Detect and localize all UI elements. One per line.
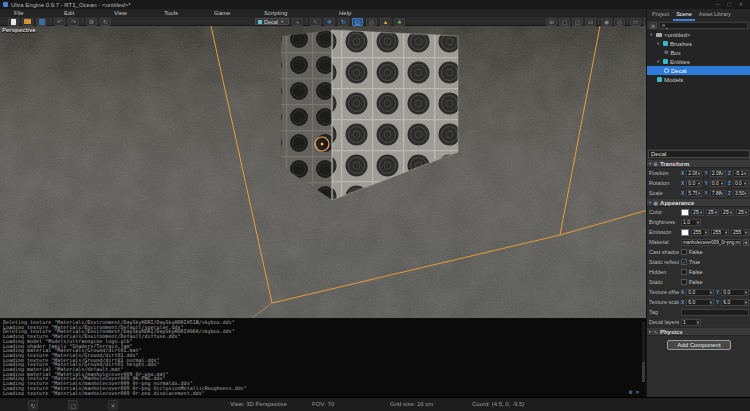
terrain-tool-button[interactable]: ▲ (380, 18, 391, 26)
console-close-icon[interactable]: ✕ (635, 389, 639, 395)
viewport-layout-button-3[interactable]: ◫ (572, 18, 583, 26)
tree-filter-button[interactable]: ⊞ (649, 22, 657, 29)
tree-item-models[interactable]: Models (647, 75, 750, 84)
tree-item-box[interactable]: ⚙ Box (647, 48, 750, 57)
viewport-layout-button-2[interactable]: ▢ (559, 18, 570, 26)
folder-icon (656, 33, 662, 37)
viewport-layout-button-4[interactable]: ⊟ (585, 18, 596, 26)
tab-scene[interactable]: Scene (673, 9, 695, 21)
color-g-input[interactable]: 255 (706, 209, 719, 216)
emission-b-input[interactable]: 255 (731, 229, 749, 236)
camera-view-button[interactable]: ◉ (601, 18, 612, 26)
vegetation-tool-button[interactable]: ♣ (394, 18, 405, 26)
material-dropdown-button[interactable]: ▾ (743, 239, 749, 246)
static-checkbox[interactable] (681, 279, 687, 285)
emission-r-input[interactable]: 255 (691, 229, 709, 236)
console-log[interactable]: Deleting texture "Materials/Environment/… (0, 318, 646, 397)
light-view-button[interactable]: ◎ (614, 18, 625, 26)
entity-type-dropdown[interactable]: Decal ▾ (255, 18, 289, 25)
camera-view-icon: ◉ (604, 19, 609, 25)
color-swatch[interactable] (681, 209, 689, 216)
static-reflection-checkbox[interactable]: ✓ (681, 259, 687, 265)
tag-input[interactable] (681, 309, 749, 316)
add-component-button[interactable]: Add Component (667, 340, 731, 350)
undo-button[interactable]: ↶ (54, 18, 65, 26)
chevron-down-icon: ▾ (650, 32, 654, 37)
color-r-input[interactable]: 255 (691, 209, 704, 216)
brightness-input[interactable]: 1.0 (681, 219, 701, 226)
translate-tool-button[interactable]: ✛ (324, 18, 335, 26)
close-icon[interactable]: ✕ (739, 0, 743, 9)
color-b-input[interactable]: 255 (721, 209, 734, 216)
tree-item-entities[interactable]: ▾ Entities (647, 57, 750, 66)
new-file-button[interactable] (8, 18, 19, 26)
viewport-3d[interactable]: Perspective (0, 26, 646, 318)
material-field[interactable]: manholecover009_0r-png.mat (681, 239, 741, 246)
menu-edit[interactable]: Edit (64, 10, 114, 16)
redo-button[interactable]: ↷ (68, 18, 79, 26)
gear-icon: ⚙ (89, 19, 94, 25)
texture-scale-x-input[interactable]: 6.0 (686, 299, 714, 306)
menu-game[interactable]: Game (214, 10, 264, 16)
decal-icon (664, 68, 669, 73)
menu-tools[interactable]: Tools (164, 10, 214, 16)
decal-layers-input[interactable]: 1 (681, 319, 701, 326)
viewport-layout-button-1[interactable]: ⊞ (546, 18, 557, 26)
menu-help[interactable]: Help (339, 10, 389, 16)
scale-z-input[interactable]: 3.50 (733, 190, 749, 197)
scale-tool-button[interactable]: ◱ (352, 18, 363, 26)
console-menu-icon[interactable]: ≡ (629, 389, 633, 395)
tab-project[interactable]: Project (649, 9, 672, 21)
emission-swatch[interactable] (681, 229, 689, 236)
properties-panel: Decal ▾ ⊕ Transform Position X2.08 Y2.08… (647, 149, 750, 350)
row-label: Emission (649, 229, 679, 235)
add-entity-button[interactable]: + (292, 18, 303, 26)
position-y-input[interactable]: 2.08 (710, 170, 726, 177)
maximize-icon[interactable]: ▢ (727, 0, 732, 9)
sphere-tool-button[interactable]: ◎ (366, 18, 377, 26)
tree-item-brushes[interactable]: ▾ Brushes (647, 39, 750, 48)
hidden-checkbox[interactable] (681, 269, 687, 275)
rotate-tool-button[interactable]: ↻ (338, 18, 349, 26)
select-tool-button[interactable]: ↖ (310, 18, 321, 26)
menu-scripting[interactable]: Scripting (264, 10, 339, 16)
minimize-icon[interactable]: — (715, 0, 720, 9)
settings-button[interactable]: ⚙ (86, 18, 97, 26)
menu-view[interactable]: View (114, 10, 164, 16)
scene-search-input[interactable] (659, 22, 748, 29)
open-button[interactable] (22, 18, 33, 26)
appearance-section-header[interactable]: ▾ ◉ Appearance (647, 198, 750, 207)
status-reload-button[interactable]: ↻ (28, 400, 38, 410)
texture-offset-y-input[interactable]: 0.0 (721, 289, 749, 296)
position-x-input[interactable]: 2.08 (686, 170, 702, 177)
color-a-input[interactable]: 255 (736, 209, 749, 216)
rotation-x-input[interactable]: 0.0 (686, 180, 702, 187)
build-button[interactable]: ↻ (100, 18, 111, 26)
tab-asset-library[interactable]: Asset Library (696, 9, 734, 21)
entity-name-field[interactable]: Decal (648, 150, 750, 158)
position-z-input[interactable]: -5.13 (733, 170, 749, 177)
scale-y-input[interactable]: 7.88 (710, 190, 726, 197)
tree-item-root[interactable]: ▾ <untitled> (647, 30, 750, 39)
tree-item-label: Entities (670, 59, 690, 65)
tree-item-label: Decal (671, 68, 686, 74)
menu-file[interactable]: File (14, 10, 64, 16)
scale-x-input[interactable]: 5.75 (686, 190, 702, 197)
cast-shadows-checkbox[interactable] (681, 249, 687, 255)
sphere-icon: ◎ (369, 19, 374, 25)
rotation-z-input[interactable]: 0.0 (733, 180, 749, 187)
save-button[interactable] (36, 18, 47, 26)
status-close-button[interactable]: ✕ (108, 400, 118, 410)
physics-section-header[interactable]: ▸ ∿ Physics (647, 327, 750, 336)
console-scrollbar-thumb[interactable] (642, 362, 645, 382)
transform-section-header[interactable]: ▾ ⊕ Transform (647, 159, 750, 168)
emission-g-input[interactable]: 255 (711, 229, 729, 236)
wide-view-button[interactable]: ▭ (630, 18, 641, 26)
texture-scale-y-input[interactable]: 6.0 (721, 299, 749, 306)
status-grid-button[interactable]: ▢ (68, 400, 78, 410)
tree-item-decal[interactable]: Decal (647, 66, 750, 75)
rotation-y-input[interactable]: 0.0 (710, 180, 726, 187)
texture-offset-x-input[interactable]: 0.0 (686, 289, 714, 296)
translate-icon: ✛ (327, 19, 332, 25)
tree-item-label: Brushes (670, 41, 692, 47)
